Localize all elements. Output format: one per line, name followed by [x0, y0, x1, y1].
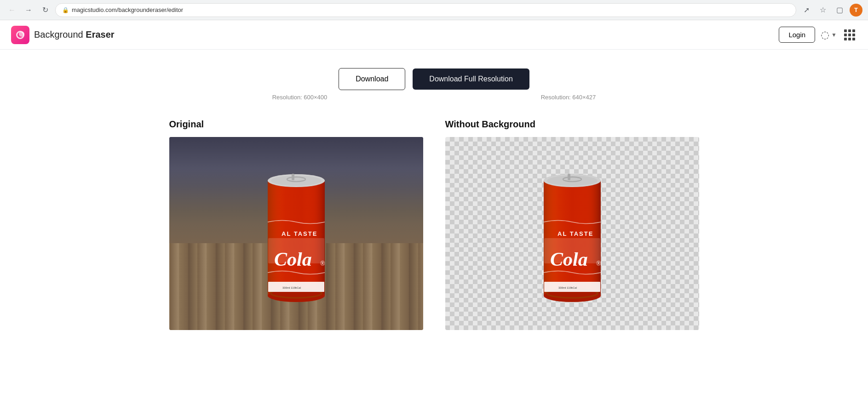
grid-dot: [844, 29, 847, 32]
main-content: Download Download Full Resolution Resolu…: [158, 50, 710, 348]
lock-icon: 🔒: [62, 7, 69, 13]
logo-shape: [16, 31, 24, 39]
extensions-button[interactable]: ▢: [833, 4, 846, 17]
without-bg-can-svg: AL TASTE Cola ® 330ml 110kCal: [526, 160, 618, 316]
svg-text:®: ®: [596, 260, 601, 267]
grid-dot: [848, 29, 851, 32]
address-bar[interactable]: 🔒 magicstudio.com/backgrounderaser/edito…: [55, 3, 796, 17]
apps-grid-button[interactable]: [842, 28, 857, 42]
forward-button[interactable]: →: [22, 4, 35, 17]
svg-rect-25: [568, 174, 570, 180]
original-label: Original: [169, 119, 423, 130]
original-image-container: AL TASTE Cola ® 330ml 110kCal: [169, 137, 423, 330]
images-section: Original: [169, 119, 699, 330]
browser-actions: ➚ ☆ ▢ T: [800, 4, 862, 17]
svg-text:Cola: Cola: [274, 249, 312, 270]
download-button[interactable]: Download: [339, 68, 405, 90]
svg-text:AL TASTE: AL TASTE: [282, 230, 317, 237]
svg-text:330ml 110kCal: 330ml 110kCal: [282, 286, 301, 289]
resolution-free-label: Resolution: 600×400: [169, 94, 431, 101]
user-icon: ◌: [821, 29, 829, 41]
svg-text:Cola: Cola: [550, 249, 588, 270]
grid-dot: [844, 38, 847, 40]
resolution-row: Resolution: 600×400 Resolution: 640×427: [169, 94, 699, 101]
chevron-down-icon: ▼: [831, 32, 837, 38]
download-section: Download Download Full Resolution Resolu…: [169, 68, 699, 101]
logo-area: Background Eraser: [11, 26, 115, 44]
app-name: Background Eraser: [34, 29, 115, 40]
logo-text-normal: Background: [34, 29, 86, 40]
header-actions: Login ◌ ▼: [779, 27, 857, 43]
browser-chrome: ← → ↻ 🔒 magicstudio.com/backgrounderaser…: [0, 0, 868, 20]
app-header: Background Eraser Login ◌ ▼: [0, 20, 868, 50]
svg-rect-9: [292, 174, 294, 180]
share-button[interactable]: ➚: [800, 4, 813, 17]
svg-text:®: ®: [320, 260, 325, 267]
back-button[interactable]: ←: [6, 4, 18, 17]
download-buttons: Download Download Full Resolution: [339, 68, 529, 90]
original-panel: Original: [169, 119, 423, 330]
download-full-resolution-button[interactable]: Download Full Resolution: [413, 68, 529, 90]
original-image: AL TASTE Cola ® 330ml 110kCal: [169, 137, 423, 330]
without-bg-label: Without Background: [445, 119, 699, 130]
reload-button[interactable]: ↻: [39, 4, 52, 17]
login-button[interactable]: Login: [779, 27, 815, 43]
grid-dot: [844, 34, 847, 36]
user-menu-button[interactable]: ◌ ▼: [821, 29, 837, 41]
logo-icon: [11, 26, 29, 44]
bookmark-button[interactable]: ☆: [816, 4, 829, 17]
url-text: magicstudio.com/backgrounderaser/editor: [72, 6, 789, 13]
grid-dot: [852, 38, 855, 40]
grid-dot: [848, 38, 851, 40]
grid-dot: [852, 29, 855, 32]
without-bg-image-container: AL TASTE Cola ® 330ml 110kCal: [445, 137, 699, 330]
without-bg-panel: Without Background: [445, 119, 699, 330]
grid-dot: [848, 34, 851, 36]
svg-text:AL TASTE: AL TASTE: [558, 230, 593, 237]
svg-text:330ml 110kCal: 330ml 110kCal: [558, 286, 577, 289]
resolution-full-label: Resolution: 640×427: [438, 94, 699, 101]
transparent-background: AL TASTE Cola ® 330ml 110kCal: [445, 137, 699, 330]
logo-text-bold: Eraser: [86, 29, 114, 40]
original-can-svg: AL TASTE Cola ® 330ml 110kCal: [250, 160, 342, 316]
grid-dot: [852, 34, 855, 36]
profile-avatar[interactable]: T: [850, 4, 862, 17]
